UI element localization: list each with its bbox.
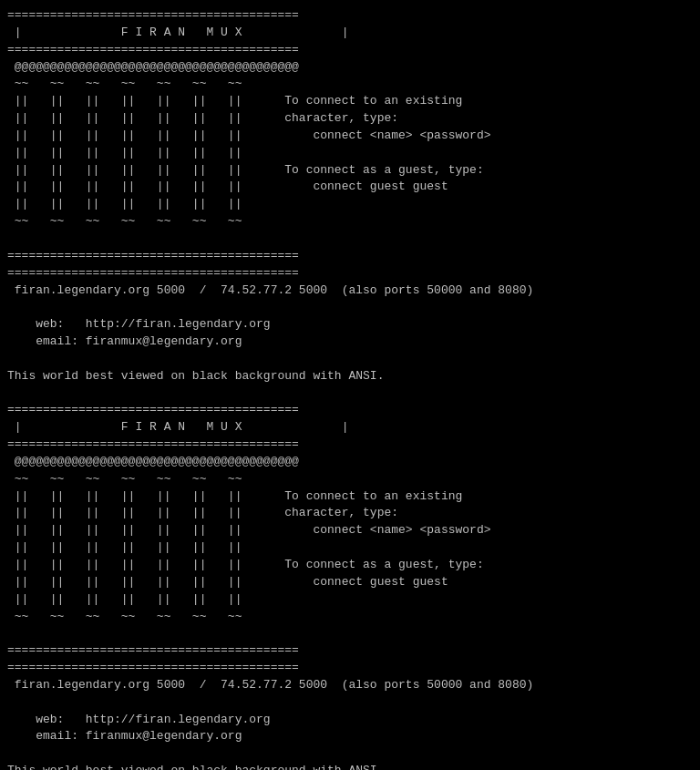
terminal-container: ========================================… [0, 4, 700, 770]
terminal-output: ========================================… [0, 4, 700, 770]
